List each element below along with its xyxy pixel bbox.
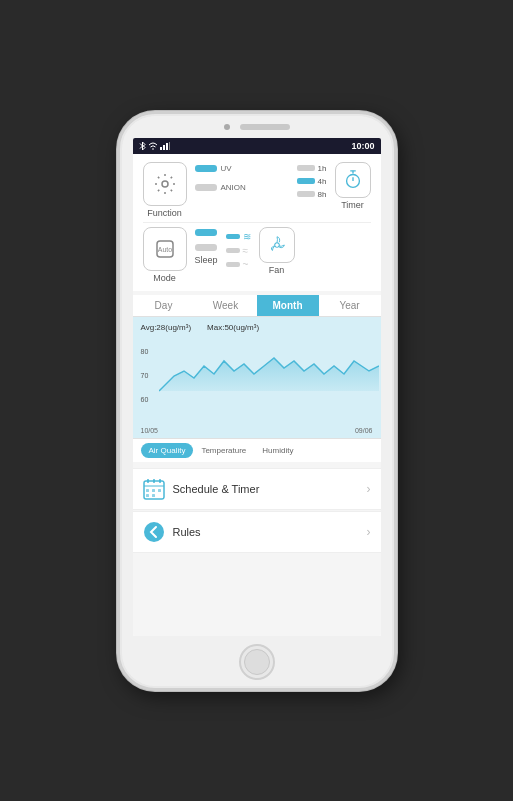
time-1h[interactable]: 1h: [297, 164, 327, 173]
wind-symbols: ≋ ≈ ~: [226, 231, 251, 270]
speaker-grille: [240, 124, 290, 130]
mode-col: Auto Mode: [143, 227, 187, 283]
toggle-uv[interactable]: UV: [195, 164, 289, 173]
home-button[interactable]: [239, 644, 275, 680]
function-button[interactable]: [143, 162, 187, 206]
svg-point-5: [162, 181, 168, 187]
phone-screen: 10:00 Function: [133, 138, 381, 636]
calendar-icon: [143, 478, 165, 500]
sleep-label: Sleep: [195, 255, 218, 265]
svg-rect-2: [163, 145, 165, 150]
metric-humidity[interactable]: Humidity: [254, 443, 301, 458]
svg-rect-19: [152, 494, 155, 497]
fan-col: Fan: [259, 227, 295, 275]
gear-icon: [153, 172, 177, 196]
sleep-bar-active: [195, 229, 217, 236]
anion-label: ANION: [221, 183, 249, 192]
svg-rect-3: [166, 143, 168, 150]
schedule-chevron-icon: ›: [367, 482, 371, 496]
svg-rect-1: [160, 147, 162, 150]
function-label: Function: [147, 208, 182, 218]
time-8h[interactable]: 8h: [297, 190, 327, 199]
anion-bar: [195, 184, 217, 191]
sleep-bar-inactive: [195, 244, 217, 251]
tab-month[interactable]: Month: [257, 295, 319, 316]
controls-section: Function UV ANION: [133, 154, 381, 291]
chart-canvas: 80 70 60: [141, 336, 373, 411]
home-button-inner: [244, 649, 270, 675]
chart-stats: Avg:28(ug/m³) Max:50(ug/m³): [141, 323, 373, 332]
fan-button[interactable]: [259, 227, 295, 263]
svg-rect-15: [146, 489, 149, 492]
signal-icon: [160, 142, 170, 150]
toggle-anion[interactable]: ANION: [195, 183, 289, 192]
status-bar: 10:00: [133, 138, 381, 154]
start-date: 10/05: [141, 427, 159, 434]
svg-point-0: [152, 148, 154, 150]
8h-bar: [297, 191, 315, 197]
chart-dates: 10/05 09/06: [133, 427, 381, 438]
chart-section: Day Week Month Year Avg:28(ug/m³) Max:50…: [133, 295, 381, 462]
schedule-timer-item[interactable]: Schedule & Timer ›: [133, 468, 381, 510]
rules-chevron-icon: ›: [367, 525, 371, 539]
svg-point-9: [274, 242, 279, 247]
end-date: 09/06: [355, 427, 373, 434]
fan-icon: [266, 234, 288, 256]
svg-rect-14: [159, 479, 161, 483]
svg-text:Auto: Auto: [157, 246, 172, 253]
rules-item[interactable]: Rules ›: [133, 511, 381, 553]
tab-year[interactable]: Year: [319, 295, 381, 316]
divider: [143, 222, 371, 223]
max-label: Max:50(ug/m³): [207, 323, 259, 332]
timer-label: Timer: [341, 200, 364, 210]
rules-back-icon: [143, 521, 165, 543]
bluetooth-icon: [139, 141, 146, 151]
metric-temperature[interactable]: Temperature: [193, 443, 254, 458]
timer-col: Timer: [335, 162, 371, 210]
wind-mid[interactable]: ≈: [226, 245, 251, 256]
svg-rect-4: [169, 142, 170, 150]
tab-day[interactable]: Day: [133, 295, 195, 316]
chart-svg: [159, 336, 379, 396]
wind-low[interactable]: ~: [226, 259, 251, 270]
tab-row: Day Week Month Year: [133, 295, 381, 317]
metric-tabs: Air Quality Temperature Humidity: [133, 438, 381, 462]
time-4h[interactable]: 4h: [297, 177, 327, 186]
y-axis: 80 70 60: [141, 348, 149, 403]
status-time: 10:00: [351, 141, 374, 151]
avg-label: Avg:28(ug/m³): [141, 323, 192, 332]
chart-area: Avg:28(ug/m³) Max:50(ug/m³) 80 70 60: [133, 317, 381, 427]
auto-mode-icon: Auto: [153, 237, 177, 261]
mode-button[interactable]: Auto: [143, 227, 187, 271]
time-options: 1h 4h 8h: [297, 164, 327, 199]
wifi-icon: [148, 142, 158, 150]
phone-top: [120, 114, 394, 130]
svg-rect-13: [153, 479, 155, 483]
4h-bar: [297, 178, 315, 184]
function-row: Function UV ANION: [143, 162, 371, 218]
1h-bar: [297, 165, 315, 171]
function-col: Function: [143, 162, 187, 218]
app-content: Function UV ANION: [133, 154, 381, 636]
tab-week[interactable]: Week: [195, 295, 257, 316]
mode-row: Auto Mode Sleep: [143, 227, 371, 283]
toggles-area: UV ANION: [195, 162, 289, 192]
wind-high[interactable]: ≋: [226, 231, 251, 242]
timer-icon: [342, 169, 364, 191]
wind-low-bar: [226, 262, 240, 267]
svg-rect-12: [147, 479, 149, 483]
svg-point-20: [144, 522, 164, 542]
front-camera-icon: [224, 124, 230, 130]
schedule-timer-label: Schedule & Timer: [173, 483, 359, 495]
wind-mid-bar: [226, 248, 240, 253]
uv-label: UV: [221, 164, 249, 173]
wind-high-bar: [226, 234, 240, 239]
fan-label: Fan: [269, 265, 285, 275]
svg-rect-18: [146, 494, 149, 497]
metric-air-quality[interactable]: Air Quality: [141, 443, 194, 458]
svg-rect-17: [158, 489, 161, 492]
phone-shell: 10:00 Function: [117, 111, 397, 691]
rules-label: Rules: [173, 526, 359, 538]
uv-bar: [195, 165, 217, 172]
timer-button[interactable]: [335, 162, 371, 198]
